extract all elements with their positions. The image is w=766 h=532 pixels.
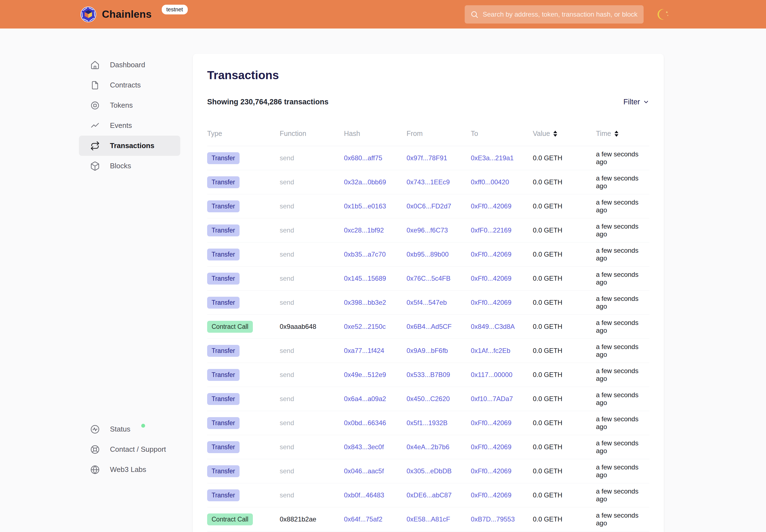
from-link[interactable]: 0x76C...5c4FB [407,275,451,282]
hash-link[interactable]: 0x680...aff75 [344,154,382,162]
from-link[interactable]: 0x450...C2620 [407,395,450,402]
from-link[interactable]: 0x4eA...2b7b6 [407,443,450,451]
value-cell: 0.0 GETH [533,443,596,451]
sidebar-item-status[interactable]: Status [79,419,180,439]
table-row: Transfersend0x145...156890x76C...5c4FB0x… [207,267,649,291]
sort-icon [615,131,618,137]
from-link[interactable]: 0x5f4...547eb [407,299,447,306]
hash-link[interactable]: 0x398...bb3e2 [344,299,386,306]
column-header-type: Type [207,130,280,138]
to-link[interactable]: 0xfF0...22169 [471,226,512,234]
from-link[interactable]: 0xb95...89b00 [407,250,449,258]
value-cell: 0.0 GETH [533,299,596,306]
theme-toggle-button[interactable] [657,8,670,21]
to-link[interactable]: 0xFf0...42069 [471,443,512,451]
hash-link[interactable]: 0x1b5...e0163 [344,202,386,210]
value-cell: 0.0 GETH [533,395,596,403]
home-icon [90,60,100,70]
from-link[interactable]: 0xe96...f6C73 [407,226,448,234]
from-link[interactable]: 0x0C6...FD2d7 [407,202,451,210]
top-bar: Chainlens testnet [0,0,766,29]
hash-link[interactable]: 0xe52...2150c [344,323,386,330]
time-cell: a few seconds ago [596,319,649,334]
filter-button[interactable]: Filter [623,98,649,106]
hash-link[interactable]: 0xa77...1f424 [344,347,384,354]
hash-link[interactable]: 0xb35...a7c70 [344,250,386,258]
search-bar[interactable] [465,5,644,24]
type-badge: Transfer [207,297,239,309]
from-link[interactable]: 0x97f...78F91 [407,154,447,162]
column-header-from: From [407,130,471,138]
sidebar-item-label: Transactions [110,141,154,150]
hash-link[interactable]: 0x6a4...a09a2 [344,395,386,402]
sidebar-nav: DashboardContractsTokensEventsTransactio… [79,55,180,176]
to-link[interactable]: 0xf10...7ADa7 [471,395,513,402]
hash-link[interactable]: 0x843...3ec0f [344,443,384,451]
hash-link[interactable]: 0x32a...0bb69 [344,178,386,186]
sidebar-item-transactions[interactable]: Transactions [79,136,180,156]
column-header-value[interactable]: Value [533,130,596,138]
from-link[interactable]: 0x9A9...bF6fb [407,347,448,354]
sidebar-item-tokens[interactable]: Tokens [79,95,180,115]
table-row: Contract Call0x9aaab6480xe52...2150c0x6B… [207,315,649,339]
to-link[interactable]: 0xFf0...42069 [471,202,512,210]
value-cell: 0.0 GETH [533,323,596,330]
hash-link[interactable]: 0x046...aac5f [344,467,384,475]
to-link[interactable]: 0x117...00000 [471,371,512,378]
to-link[interactable]: 0xff0...00420 [471,178,509,186]
hash-link[interactable]: 0xb0f...46483 [344,491,384,499]
to-link[interactable]: 0x1Af...fc2Eb [471,347,511,354]
time-cell: a few seconds ago [596,487,649,503]
column-header-to: To [471,130,533,138]
to-link[interactable]: 0xFf0...42069 [471,299,512,306]
from-link[interactable]: 0x5f1...1932B [407,419,448,427]
time-cell: a few seconds ago [596,223,649,238]
value-cell: 0.0 GETH [533,371,596,379]
to-link[interactable]: 0xFf0...42069 [471,419,512,427]
hash-link[interactable]: 0x145...15689 [344,275,386,282]
value-cell: 0.0 GETH [533,275,596,282]
hash-link[interactable]: 0x49e...512e9 [344,371,386,378]
function-cell: send [280,226,344,234]
sidebar-item-events[interactable]: Events [79,115,180,136]
hash-link[interactable]: 0x64f...75af2 [344,515,382,523]
table-row: Transfersend0x6a4...a09a20x450...C26200x… [207,387,649,411]
hash-link[interactable]: 0x0bd...66346 [344,419,386,427]
value-cell: 0.0 GETH [533,491,596,499]
sidebar-item-web3-labs[interactable]: Web3 Labs [79,459,180,480]
from-link[interactable]: 0x533...B7B09 [407,371,450,378]
sidebar-item-label: Contracts [110,81,141,89]
transactions-table: TypeFunctionHashFromToValueTime Transfer… [207,130,649,531]
sidebar-footer: StatusContact / SupportWeb3 Labs [79,419,180,480]
transactions-summary: Showing 230,764,286 transactions [207,98,328,106]
to-link[interactable]: 0xFf0...42069 [471,250,512,258]
hash-link[interactable]: 0xc28...1bf92 [344,226,384,234]
from-link[interactable]: 0xDE6...abC87 [407,491,452,499]
function-cell: send [280,250,344,258]
sidebar-item-blocks[interactable]: Blocks [79,156,180,176]
from-link[interactable]: 0x6B4...Ad5CF [407,323,452,330]
sidebar-item-dashboard[interactable]: Dashboard [79,55,180,75]
table-row: Transfersend0x1b5...e01630x0C6...FD2d70x… [207,194,649,218]
token-icon [90,100,100,110]
to-link[interactable]: 0xE3a...219a1 [471,154,514,162]
to-link[interactable]: 0xB7D...79553 [471,515,515,523]
to-link[interactable]: 0xFf0...42069 [471,467,512,475]
sidebar-item-contracts[interactable]: Contracts [79,75,180,95]
from-link[interactable]: 0x305...eDbDB [407,467,452,475]
sidebar-item-label: Web3 Labs [110,465,146,474]
from-link[interactable]: 0xE58...A81cF [407,515,450,523]
sidebar-item-contact-support[interactable]: Contact / Support [79,439,180,459]
time-cell: a few seconds ago [596,391,649,407]
from-link[interactable]: 0x743...1EEc9 [407,178,450,186]
time-cell: a few seconds ago [596,174,649,190]
search-input[interactable] [483,11,638,18]
type-badge: Transfer [207,465,239,477]
chainlens-logo-icon [80,6,96,22]
to-link[interactable]: 0xFf0...42069 [471,275,512,282]
to-link[interactable]: 0xFf0...42069 [471,491,512,499]
column-header-time[interactable]: Time [596,130,649,138]
function-cell: send [280,202,344,210]
sidebar-item-label: Events [110,121,132,130]
to-link[interactable]: 0x849...C3d8A [471,323,515,330]
